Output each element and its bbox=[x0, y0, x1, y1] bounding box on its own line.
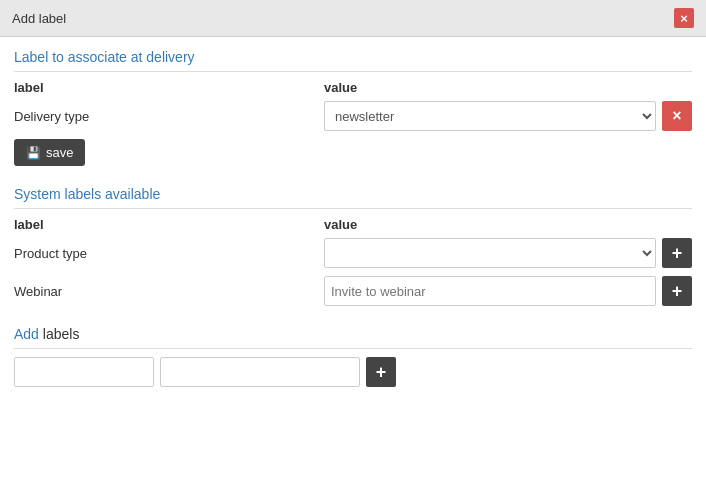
delivery-section: Label to associate at delivery label val… bbox=[14, 49, 692, 166]
system-label-header: label bbox=[14, 217, 324, 232]
system-labels-section: System labels available label value Prod… bbox=[14, 186, 692, 306]
save-icon: 💾 bbox=[26, 146, 41, 160]
webinar-input[interactable] bbox=[324, 276, 656, 306]
add-labels-section: Add labels + bbox=[14, 326, 692, 387]
delivery-header: label value bbox=[14, 80, 692, 95]
webinar-label: Webinar bbox=[14, 284, 324, 299]
product-type-select[interactable] bbox=[324, 238, 656, 268]
webinar-add-button[interactable]: + bbox=[662, 276, 692, 306]
product-type-row: Product type + bbox=[14, 238, 692, 268]
product-type-add-button[interactable]: + bbox=[662, 238, 692, 268]
add-label-button[interactable]: + bbox=[366, 357, 396, 387]
system-labels-header: label value bbox=[14, 217, 692, 232]
delivery-section-title: Label to associate at delivery bbox=[14, 49, 692, 72]
add-labels-title: Add labels bbox=[14, 326, 692, 349]
save-button[interactable]: 💾 save bbox=[14, 139, 85, 166]
save-label: save bbox=[46, 145, 73, 160]
delivery-label-header: label bbox=[14, 80, 324, 95]
delivery-row: Delivery type newsletter email sms × bbox=[14, 101, 692, 131]
webinar-row: Webinar + bbox=[14, 276, 692, 306]
delivery-type-label: Delivery type bbox=[14, 109, 324, 124]
product-type-value-cell: + bbox=[324, 238, 692, 268]
close-button[interactable]: × bbox=[674, 8, 694, 28]
system-labels-title: System labels available bbox=[14, 186, 692, 209]
add-labels-row: + bbox=[14, 357, 692, 387]
title-bar: Add label × bbox=[0, 0, 706, 37]
delivery-remove-button[interactable]: × bbox=[662, 101, 692, 131]
delivery-value-cell: newsletter email sms × bbox=[324, 101, 692, 131]
delivery-value-header: value bbox=[324, 80, 692, 95]
add-label-input[interactable] bbox=[14, 357, 154, 387]
delivery-type-select[interactable]: newsletter email sms bbox=[324, 101, 656, 131]
system-value-header: value bbox=[324, 217, 692, 232]
webinar-value-cell: + bbox=[324, 276, 692, 306]
add-value-input[interactable] bbox=[160, 357, 360, 387]
product-type-label: Product type bbox=[14, 246, 324, 261]
dialog-title: Add label bbox=[12, 11, 66, 26]
